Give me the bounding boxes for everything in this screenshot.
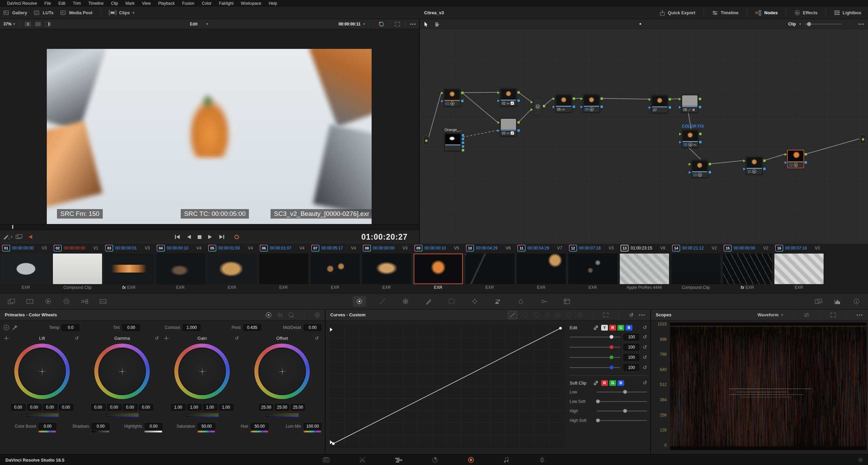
clip-number-badge[interactable]: 14 <box>672 245 680 252</box>
jog-strip[interactable] <box>0 224 419 230</box>
color-node-05[interactable]: 05ılı <box>555 94 572 112</box>
auto-balance-icon[interactable]: A <box>3 324 9 331</box>
clips-button[interactable]: Clips▾ <box>105 10 138 15</box>
page-button-fusion[interactable] <box>432 457 438 463</box>
color-wheel-gamma[interactable] <box>94 343 150 399</box>
tracker-icon[interactable] <box>468 296 481 307</box>
matte-output-port[interactable] <box>462 142 464 144</box>
master-timecode[interactable]: 01:00:20:27 <box>361 232 408 242</box>
color-node-08[interactable]: 08 <box>682 95 698 113</box>
hue-vs-sat-icon[interactable] <box>534 312 539 318</box>
color-node-10[interactable]: 10fx <box>691 160 708 178</box>
hue-vs-hue-icon[interactable] <box>523 312 528 318</box>
node-level-select[interactable]: Clip <box>788 22 796 26</box>
rgb-input-port[interactable] <box>679 98 681 100</box>
color-node-02[interactable]: 02ılı✓ <box>500 88 517 106</box>
matte-output-port[interactable] <box>462 145 464 148</box>
reset-curves-icon[interactable]: ↺ <box>629 312 634 318</box>
rgb-input-port[interactable] <box>553 97 555 100</box>
adjust-value-field[interactable]: 1.000 <box>183 324 200 331</box>
lum-vs-sat-icon[interactable] <box>555 312 561 318</box>
sat-vs-sat-icon[interactable] <box>566 312 572 318</box>
wheel-value-field[interactable]: 0.00 <box>11 404 25 411</box>
curves-options-icon[interactable]: ••• <box>639 312 646 317</box>
menu-item-file[interactable]: File <box>41 1 55 6</box>
qualifier-icon[interactable] <box>422 296 435 307</box>
playhead-marker[interactable] <box>12 225 13 229</box>
color-node-09[interactable]: 09fxılı <box>682 130 698 148</box>
clip-number-badge[interactable]: 04 <box>157 245 165 252</box>
color-wheel-gain[interactable] <box>174 343 230 399</box>
node-stack-icon[interactable] <box>78 296 92 307</box>
color-wheels-mode-icon[interactable] <box>265 312 272 318</box>
curve-bottom-handle[interactable] <box>330 440 333 444</box>
clip-thumbnail-04[interactable] <box>156 254 205 284</box>
channel-slider[interactable] <box>570 367 620 368</box>
wheel-value-field[interactable]: 0.00 <box>123 404 137 411</box>
channel-gain-value[interactable]: 100 <box>624 334 639 340</box>
reset-icon[interactable]: ↺ <box>643 324 647 331</box>
menu-item-timeline[interactable]: Timeline <box>84 1 107 6</box>
scopes-options-icon[interactable]: ••• <box>856 312 863 317</box>
color-node-07[interactable]: 07 <box>651 95 668 113</box>
menu-item-mark[interactable]: Mark <box>122 1 138 6</box>
rgb-input-port[interactable] <box>580 97 583 100</box>
clip-number-badge[interactable]: 12 <box>569 245 577 252</box>
clip-number-badge[interactable]: 05 <box>208 245 216 252</box>
rgb-input-port[interactable] <box>743 160 746 162</box>
clip-thumbnail-06[interactable] <box>259 254 308 284</box>
key-input-port[interactable] <box>689 171 691 174</box>
key-output-port[interactable] <box>699 106 701 108</box>
nodes-button[interactable]: Nodes <box>752 10 781 16</box>
hue-vs-lum-icon[interactable] <box>545 312 550 318</box>
rgb-input-port[interactable] <box>785 153 787 156</box>
wheel-value-field[interactable]: 0.00 <box>59 404 73 411</box>
slider-knob[interactable] <box>610 335 613 339</box>
wheel-value-field[interactable]: 0.00 <box>107 404 121 411</box>
node-options-icon[interactable]: ••• <box>858 22 865 26</box>
rgb-output-port[interactable] <box>669 98 671 100</box>
key-output-port[interactable] <box>600 106 603 108</box>
rgb-output-port[interactable] <box>763 160 766 162</box>
gallery-button[interactable]: Gallery <box>0 10 31 15</box>
grade-picker-icon[interactable] <box>3 234 10 240</box>
adjust-value-field[interactable]: 0.00 <box>122 324 140 331</box>
soft-channel-button-g[interactable]: G <box>609 380 616 386</box>
key-output-port[interactable] <box>461 100 463 102</box>
expand-icon[interactable] <box>395 22 400 26</box>
key-output-port[interactable] <box>573 106 575 108</box>
wheel-reset-icon[interactable]: ↺ <box>155 335 159 341</box>
loop-still-icon[interactable] <box>60 296 73 307</box>
page-button-media[interactable] <box>322 457 330 463</box>
media-pool-button[interactable]: Media Pool <box>57 10 96 15</box>
single-view-icon[interactable] <box>25 22 31 26</box>
menu-item-edit[interactable]: Edit <box>55 1 69 6</box>
clip-thumbnail-10[interactable] <box>465 254 514 284</box>
wheel-crosshair[interactable] <box>122 371 123 372</box>
clip-thumbnail-09[interactable] <box>414 254 463 284</box>
curve-graph[interactable] <box>330 324 564 447</box>
reset-icon[interactable]: ↺ <box>643 365 647 371</box>
color-wheel-offset[interactable] <box>254 343 310 399</box>
rgb-output-port[interactable] <box>461 92 463 94</box>
channel-button-y[interactable]: Y <box>601 325 608 331</box>
wheel-adjust-icon[interactable] <box>164 336 169 340</box>
channel-slider[interactable] <box>570 337 620 337</box>
viewer-mode-select[interactable]: Edit ▾ <box>190 22 208 26</box>
node-zoom-slider[interactable] <box>804 24 842 24</box>
wheel-value-field[interactable]: 25.00 <box>291 404 305 411</box>
quick-export-button[interactable]: Quick Export <box>656 10 699 16</box>
timeline-button[interactable]: Timeline <box>709 10 742 15</box>
soft-param-slider[interactable] <box>597 392 647 392</box>
footer-value-field[interactable]: 0.00 <box>145 423 162 430</box>
wheel-value-field[interactable]: 0.00 <box>91 404 105 411</box>
scope-settings-icon[interactable] <box>804 313 810 317</box>
wheel-value-field[interactable]: 0.00 <box>43 404 57 411</box>
reset-icon[interactable]: ↺ <box>643 380 647 386</box>
wipe-view-icon[interactable] <box>45 22 51 26</box>
channel-gain-value[interactable]: 100 <box>624 364 639 371</box>
loop-icon[interactable] <box>233 234 240 240</box>
key-input-port[interactable] <box>679 106 681 109</box>
reset-icon[interactable]: ↺ <box>643 334 647 340</box>
key-icon[interactable] <box>537 296 551 307</box>
